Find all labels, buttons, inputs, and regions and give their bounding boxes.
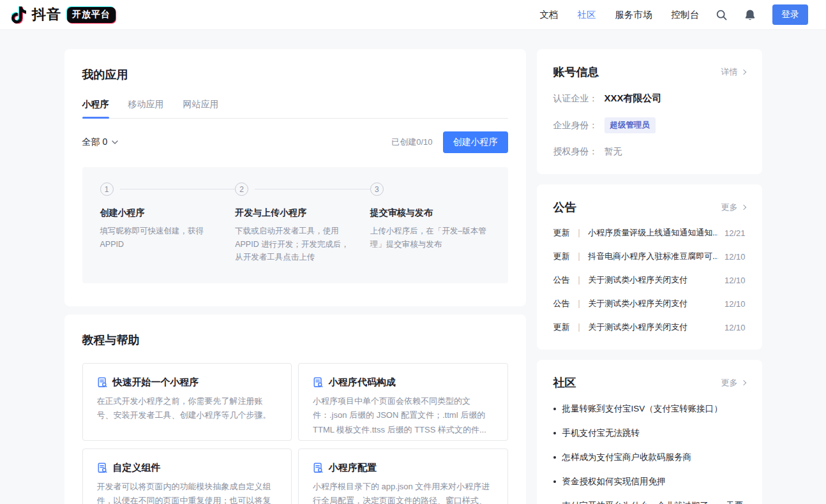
tutorial-desc: 在正式开发小程序之前，你需要先了解注册账号、安装开发者工具、创建小程序等几个步骤…: [97, 394, 278, 423]
account-details-link[interactable]: 详情: [721, 66, 746, 78]
document-search-icon: [97, 463, 108, 473]
step-2: 2 开发与上传小程序 下载或启动开发者工具，使用 APPID 进行开发；开发完成…: [235, 182, 355, 264]
announcement-row[interactable]: 公告 ｜ 关于测试类小程序关闭支付 12/10: [553, 298, 746, 309]
community-title: 社区: [553, 375, 576, 390]
step-connector-line: [120, 189, 236, 189]
tutorials-card: 教程与帮助 快速开始一个小程序 在正式开发小程序之前，你需要先了解注册账号、: [64, 315, 526, 504]
tutorial-desc: 小程序根目录下的 app.json 文件用来对小程序进行全局配置，决定页面文件的…: [313, 480, 493, 504]
step-2-desc: 下载或启动开发者工具，使用 APPID 进行开发；开发完成后，从开发者工具点击上…: [235, 225, 355, 264]
step-2-title: 开发与上传小程序: [235, 207, 355, 219]
tutorial-custom-components[interactable]: 自定义组件 开发者可以将页面内的功能模块抽象成自定义组件，以便在不同的页面中重复…: [82, 448, 292, 504]
announcement-row[interactable]: 更新 ｜ 关于测试类小程序关闭支付 12/10: [553, 322, 746, 333]
app-type-tabs: 小程序 移动应用 网站应用: [82, 99, 508, 119]
document-search-icon: [313, 463, 324, 473]
tab-website-app[interactable]: 网站应用: [183, 99, 219, 118]
chevron-down-icon: [112, 140, 118, 144]
top-navbar: 抖音 开放平台 文档 社区 服务市场 控制台 登录: [0, 0, 826, 30]
step-2-number: 2: [235, 182, 248, 196]
announcements-title: 公告: [553, 200, 576, 215]
search-icon[interactable]: [716, 9, 728, 21]
step-3: 3 提交审核与发布 上传小程序后，在「开发–版本管理」提交审核与发布: [370, 182, 490, 264]
community-more-link[interactable]: 更多: [721, 377, 746, 389]
login-button[interactable]: 登录: [772, 4, 808, 25]
document-search-icon: [97, 377, 108, 388]
tutorial-title: 快速开始一个小程序: [113, 376, 199, 389]
tutorial-code-structure[interactable]: 小程序代码构成 小程序项目中单个页面会依赖不同类型的文件：.json 后缀的 J…: [298, 363, 508, 441]
nav-item-console[interactable]: 控制台: [672, 9, 700, 21]
active-tab-underline: [82, 117, 109, 119]
filter-label: 全部 0: [82, 137, 108, 148]
announcement-row[interactable]: 更新 ｜ 小程序质量评级上线通知通知通知... 12/21: [553, 227, 746, 239]
create-mini-program-button[interactable]: 创建小程序: [443, 131, 508, 153]
bullet-dot: [553, 456, 556, 459]
step-3-number: 3: [370, 182, 384, 196]
brand-name: 抖音: [32, 5, 61, 24]
chevron-right-icon: [740, 380, 746, 385]
step-connector-line: [255, 189, 370, 189]
nav-item-docs[interactable]: 文档: [540, 9, 559, 21]
nav-item-service-market[interactable]: 服务市场: [615, 9, 652, 21]
community-topic[interactable]: 怎样成为支付宝商户收款码服务商: [553, 452, 746, 463]
step-1-title: 创建小程序: [100, 207, 220, 219]
announcements-card: 公告 更多 更新 ｜ 小程序质量评级上线通知通知通知... 12/21 更新 ｜…: [537, 184, 762, 350]
certified-enterprise-label: 认证企业：: [553, 93, 598, 105]
tutorial-desc: 小程序项目中单个页面会依赖不同类型的文件：.json 后缀的 JSON 配置文件…: [313, 394, 493, 437]
community-topic[interactable]: 手机支付宝无法跳转: [553, 427, 746, 439]
chevron-right-icon: [740, 70, 746, 75]
announcement-row[interactable]: 更新 ｜ 抖音电商小程序入驻标准豆腐即可... 12/10: [553, 251, 746, 262]
tutorial-configuration[interactable]: 小程序配置 小程序根目录下的 app.json 文件用来对小程序进行全局配置，决…: [298, 448, 508, 504]
authorized-identity-value: 暂无: [604, 146, 622, 158]
bullet-dot: [553, 480, 556, 483]
enterprise-identity-label: 企业身份：: [553, 120, 598, 131]
onboarding-steps: 1 创建小程序 填写昵称即可快速创建，获得 APPID 2 开发与上传小程序 下…: [82, 167, 508, 283]
filter-all-dropdown[interactable]: 全部 0: [82, 137, 119, 148]
tutorial-desc: 开发者可以将页面内的功能模块抽象成自定义组件，以便在不同的页面中重复使用；也可以…: [97, 480, 278, 504]
brand-logo[interactable]: 抖音 开放平台: [11, 5, 116, 24]
announcements-more-link[interactable]: 更多: [721, 202, 746, 213]
tutorial-title: 自定义组件: [113, 462, 161, 474]
community-card: 社区 更多 批量转账到支付宝ISV（支付宝转账接口） 手机支付宝无法跳转 怎样成…: [537, 360, 762, 504]
tab-mobile-app[interactable]: 移动应用: [128, 99, 164, 118]
step-1: 1 创建小程序 填写昵称即可快速创建，获得 APPID: [100, 182, 220, 264]
tutorial-title: 小程序配置: [329, 462, 377, 474]
tutorials-title: 教程与帮助: [82, 332, 508, 348]
community-topic[interactable]: 批量转账到支付宝ISV（支付宝转账接口）: [553, 403, 746, 415]
douyin-note-icon: [11, 6, 26, 24]
authorized-identity-label: 授权身份：: [553, 146, 598, 158]
tutorial-quick-start[interactable]: 快速开始一个小程序 在正式开发小程序之前，你需要先了解注册账号、安装开发者工具、…: [82, 363, 292, 441]
tab-mini-program[interactable]: 小程序: [82, 99, 109, 118]
my-apps-title: 我的应用: [82, 67, 508, 82]
created-count-label: 已创建0/10: [391, 137, 432, 148]
certified-enterprise-value: XXX有限公司: [604, 93, 662, 105]
main-nav: 文档 社区 服务市场 控制台: [540, 9, 700, 21]
my-apps-card: 我的应用 小程序 移动应用 网站应用 全部 0: [64, 49, 526, 306]
open-platform-badge: 开放平台: [67, 7, 116, 23]
document-search-icon: [313, 377, 324, 388]
chevron-right-icon: [740, 205, 746, 210]
super-admin-badge: 超级管理员: [604, 117, 656, 133]
community-topic[interactable]: 资金授权如何实现信用免押: [553, 476, 746, 487]
page-content: 我的应用 小程序 移动应用 网站应用 全部 0: [64, 49, 762, 504]
notification-bell-icon[interactable]: [744, 9, 756, 21]
announcement-row[interactable]: 公告 ｜ 关于测试类小程序关闭支付 12/10: [553, 274, 746, 286]
step-3-title: 提交审核与发布: [370, 207, 490, 219]
community-topic[interactable]: 支付宝开放平台为什么一会儿就过期了，一天要...: [553, 500, 746, 504]
bullet-dot: [553, 408, 556, 410]
account-info-title: 账号信息: [553, 64, 599, 80]
step-1-number: 1: [100, 182, 114, 196]
step-1-desc: 填写昵称即可快速创建，获得 APPID: [100, 225, 220, 251]
step-3-desc: 上传小程序后，在「开发–版本管理」提交审核与发布: [370, 225, 490, 251]
tutorial-title: 小程序代码构成: [329, 376, 396, 389]
nav-item-community[interactable]: 社区: [578, 9, 596, 21]
account-info-card: 账号信息 详情 认证企业： XXX有限公司 企业身份： 超级管理员 授权身份： …: [537, 49, 762, 174]
bullet-dot: [553, 432, 556, 434]
